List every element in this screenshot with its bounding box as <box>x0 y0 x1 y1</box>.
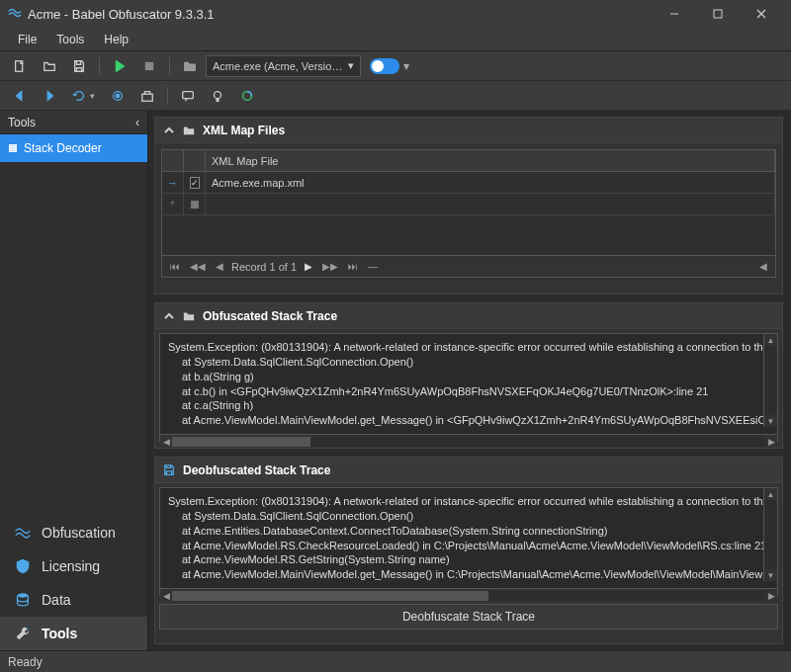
obfuscated-trace-header[interactable]: Obfuscated Stack Trace <box>155 303 782 329</box>
svg-point-13 <box>27 629 29 630</box>
svg-rect-1 <box>16 60 23 71</box>
deobfuscated-trace-textbox[interactable]: System.Exception: (0x80131904): A networ… <box>159 487 778 596</box>
xml-map-filename[interactable]: Acme.exe.map.xml <box>206 172 775 193</box>
folder-icon <box>183 125 195 136</box>
svg-rect-11 <box>10 150 17 152</box>
nav-forward-button[interactable] <box>36 84 63 108</box>
assembly-combo[interactable]: Acme.exe (Acme, Versio… ▾ <box>206 55 361 77</box>
hint-button[interactable] <box>204 84 231 108</box>
svg-rect-9 <box>10 145 17 147</box>
svg-rect-0 <box>714 10 722 18</box>
svg-rect-2 <box>146 62 153 69</box>
main-content: XML Map Files XML Map File → Acme.exe.ma… <box>148 111 791 650</box>
minimize-button[interactable] <box>653 0 696 28</box>
svg-rect-5 <box>142 94 153 101</box>
title-bar: Acme - Babel Obfuscator 9.3.3.1 <box>0 0 791 28</box>
svg-point-7 <box>215 91 221 98</box>
square-icon <box>191 201 199 209</box>
sidebar: Tools ‹ Stack Decoder Obfuscation Licens… <box>0 111 148 650</box>
nav-delete[interactable]: — <box>366 261 380 272</box>
export-button[interactable] <box>133 84 161 108</box>
menu-file[interactable]: File <box>8 31 46 48</box>
record-text: Record 1 of 1 <box>231 261 297 273</box>
toolbar-secondary: ▾ <box>0 81 791 111</box>
run-button[interactable] <box>106 54 133 78</box>
xml-map-row[interactable]: → Acme.exe.map.xml <box>162 172 775 194</box>
maximize-button[interactable] <box>696 0 740 28</box>
toggle-switch[interactable]: ▾ <box>363 54 416 78</box>
toolbar-main: Acme.exe (Acme, Versio… ▾ ▾ <box>0 51 791 81</box>
row-indicator-icon: → <box>162 172 184 193</box>
refresh-button[interactable]: ▾ <box>65 84 102 108</box>
svg-point-4 <box>116 94 120 98</box>
obfuscated-trace-panel: Obfuscated Stack Trace System.Exception:… <box>154 302 783 449</box>
row-checkbox[interactable] <box>190 177 200 189</box>
message-button[interactable] <box>174 84 202 108</box>
svg-point-12 <box>18 593 29 598</box>
nav-prev[interactable]: ◀ <box>214 261 225 272</box>
nav-data[interactable]: Data <box>0 583 147 617</box>
menu-tools[interactable]: Tools <box>46 31 94 48</box>
sidebar-item-stack-decoder[interactable]: Stack Decoder <box>0 134 147 162</box>
vertical-scrollbar[interactable]: ▲▼ <box>763 488 777 581</box>
status-bar: Ready <box>0 650 791 672</box>
nav-back-button[interactable] <box>6 84 34 108</box>
stop-button[interactable] <box>135 54 163 78</box>
close-button[interactable] <box>740 0 783 28</box>
xml-map-col-header[interactable]: XML Map File <box>206 150 775 171</box>
chevron-down-icon: ▾ <box>348 59 354 72</box>
vertical-scrollbar[interactable]: ▲▼ <box>763 334 777 427</box>
collapse-icon: ‹ <box>135 116 139 129</box>
menu-bar: File Tools Help <box>0 28 791 51</box>
svg-rect-6 <box>183 91 194 98</box>
horizontal-scrollbar[interactable]: ◀▶ <box>160 588 777 602</box>
nav-prev-page[interactable]: ◀◀ <box>188 261 208 272</box>
save-button[interactable] <box>65 54 93 78</box>
nav-tools[interactable]: Tools <box>0 617 147 650</box>
analyze-button[interactable] <box>233 84 261 108</box>
deobfuscate-button[interactable]: Deobfuscate Stack Trace <box>159 604 778 630</box>
window-title: Acme - Babel Obfuscator 9.3.3.1 <box>28 7 653 22</box>
grid-navigator: ⏮ ◀◀ ◀ Record 1 of 1 ▶ ▶▶ ⏭ — ◀ <box>162 255 775 277</box>
open-folder-button[interactable] <box>176 54 204 78</box>
open-button[interactable] <box>36 54 63 78</box>
scroll-left-icon[interactable]: ◀ <box>757 261 769 272</box>
nav-last[interactable]: ⏭ <box>346 261 360 272</box>
svg-rect-10 <box>10 147 17 149</box>
nav-next[interactable]: ▶ <box>303 261 314 272</box>
save-icon <box>163 464 175 476</box>
chevron-up-icon <box>163 310 175 322</box>
assembly-combo-text: Acme.exe (Acme, Versio… <box>213 60 342 72</box>
xml-map-grid: XML Map File → Acme.exe.map.xml * ⏮ <box>161 149 776 278</box>
new-button[interactable] <box>6 54 34 78</box>
target-button[interactable] <box>104 84 132 108</box>
chevron-up-icon <box>163 125 175 136</box>
nav-next-page[interactable]: ▶▶ <box>320 261 340 272</box>
deobfuscated-trace-panel: Deobfuscated Stack Trace System.Exceptio… <box>154 457 783 644</box>
xml-map-header[interactable]: XML Map Files <box>155 118 782 143</box>
xml-map-new-row[interactable]: * <box>162 194 775 215</box>
horizontal-scrollbar[interactable]: ◀▶ <box>160 434 777 448</box>
folder-icon <box>183 310 195 322</box>
nav-obfuscation[interactable]: Obfuscation <box>0 516 147 549</box>
deobfuscated-trace-header[interactable]: Deobfuscated Stack Trace <box>155 458 782 483</box>
app-logo-icon <box>8 6 22 23</box>
sidebar-header[interactable]: Tools ‹ <box>0 111 147 134</box>
status-text: Ready <box>8 655 43 669</box>
obfuscated-trace-textbox[interactable]: System.Exception: (0x80131904): A networ… <box>159 333 778 442</box>
menu-help[interactable]: Help <box>94 31 138 48</box>
nav-first[interactable]: ⏮ <box>168 261 182 272</box>
nav-licensing[interactable]: Licensing <box>0 549 147 583</box>
xml-map-panel: XML Map Files XML Map File → Acme.exe.ma… <box>154 117 783 294</box>
